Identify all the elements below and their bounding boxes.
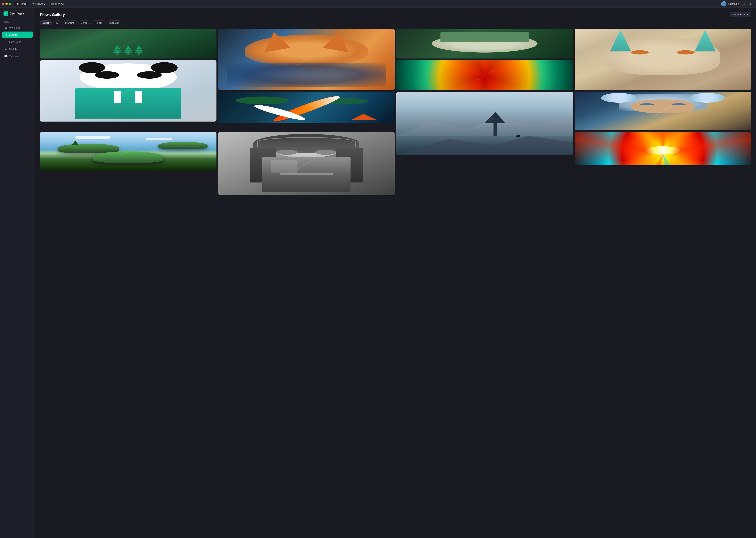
tutorials-icon: 📖	[4, 55, 7, 58]
gallery-item-explosion[interactable]: WWW.ABSKOOP.COM	[575, 132, 751, 165]
filter-comic[interactable]: Comic	[40, 21, 52, 25]
close-button[interactable]	[2, 3, 4, 5]
maximize-button[interactable]	[9, 3, 11, 5]
sidebar-item-explore[interactable]: ◎ Explore	[2, 31, 33, 38]
gallery-item-floating-islands[interactable]: WWW.ABSKOOP.COM	[40, 132, 216, 171]
filter-illustration[interactable]: Illustration	[106, 21, 122, 25]
layout-button[interactable]: ⊞	[741, 1, 746, 7]
watermark: WWW.ABSKOOP.COM	[44, 29, 212, 59]
tab-home[interactable]: 🏠 Home	[14, 2, 28, 6]
titlebar-right: T Thomas ▾ ⊞ ⊡	[721, 1, 754, 7]
sidebar: € Comflowy MENU ⊞ Workflows ◎ Explore ⊡ …	[0, 8, 35, 538]
sidebar-item-workflows-label: Workflows	[9, 26, 20, 29]
gallery-item-nature-girl[interactable]: WWW.ABSKOOP.COM	[575, 92, 751, 130]
logo-text: Comflowy	[10, 12, 24, 16]
gallery-item-tree-misty[interactable]: WWW.ABSKOOP.COM	[397, 92, 573, 155]
tab-home-label: Home	[20, 2, 26, 5]
release-date-label: Release Date	[732, 13, 746, 16]
filter-game[interactable]: Game	[78, 21, 90, 25]
avatar: T	[721, 1, 727, 7]
gallery-item-panda[interactable]: WWW.ABSKOOP.COM	[40, 60, 216, 122]
home-icon: 🏠	[16, 3, 19, 5]
gallery-item-anime-girl[interactable]: WWW.ABSKOOP.COM	[218, 132, 395, 195]
release-date-button[interactable]: Release Date ▾	[730, 12, 751, 17]
menu-label: MENU	[2, 20, 33, 24]
tab-workflow1-label: Workflow #1	[32, 2, 45, 5]
main-layout: € Comflowy MENU ⊞ Workflows ◎ Explore ⊡ …	[0, 8, 756, 538]
gallery-item-flower[interactable]: WWW.ABSKOOP.COM	[397, 60, 573, 90]
gallery-item-mask[interactable]: WWW.ABSKOOP.COM	[575, 29, 751, 90]
sidebar-item-explore-label: Explore	[9, 33, 17, 36]
add-tab-button[interactable]: +	[68, 1, 72, 6]
filter-3d[interactable]: 3D	[53, 21, 61, 25]
gallery-item-bear[interactable]: WWW.ABSKOOP.COM	[397, 29, 573, 59]
titlebar: 🏠 Home Workflow #1 Workflow #2 + T Thoma…	[0, 0, 756, 8]
gallery-item-koi[interactable]: WWW.ABSKOOP.COM	[218, 92, 395, 123]
gallery-grid: WWW.ABSKOOP.COM WWW.ABSKOOP.COM	[40, 29, 751, 195]
content-area: Flows Gallery Release Date ▾ Comic 3D Br…	[35, 8, 756, 538]
sidebar-item-models-label: Models	[9, 48, 17, 51]
page-title: Flows Gallery	[40, 13, 65, 17]
gallery-item-trees[interactable]: WWW.ABSKOOP.COM	[40, 29, 216, 59]
user-name: Thomas	[728, 2, 737, 5]
logo-icon: €	[4, 11, 8, 16]
logo: € Comflowy	[2, 11, 33, 19]
chevron-down-icon: ▾	[747, 13, 748, 16]
gallery-item-fox[interactable]: WWW.ABSKOOP.COM	[218, 29, 395, 90]
extensions-icon: ⊡	[4, 40, 7, 44]
sidebar-item-extensions-label: Extensions	[9, 41, 21, 43]
tab-workflow1[interactable]: Workflow #1	[30, 2, 47, 6]
sidebar-item-workflows[interactable]: ⊞ Workflows	[2, 24, 33, 31]
minimize-button[interactable]	[5, 3, 8, 5]
user-menu[interactable]: T Thomas ▾	[721, 1, 739, 7]
filter-realistic[interactable]: Realistic	[91, 21, 105, 25]
sidebar-item-tutorials-label: Tutorials	[9, 55, 19, 58]
explore-icon: ◎	[4, 33, 7, 36]
workflows-icon: ⊞	[4, 26, 7, 29]
traffic-lights	[2, 3, 11, 5]
models-icon: ◈	[4, 47, 7, 51]
content-header: Flows Gallery Release Date ▾	[40, 12, 751, 17]
sidebar-item-extensions[interactable]: ⊡ Extensions	[2, 39, 33, 45]
sidebar-item-models[interactable]: ◈ Models	[2, 46, 33, 52]
filter-branding[interactable]: Branding	[63, 21, 77, 25]
sidebar-item-tutorials[interactable]: 📖 Tutorials	[2, 53, 33, 60]
tab-workflow2-label: Workflow #2	[51, 2, 64, 5]
chevron-down-icon: ▾	[738, 3, 739, 5]
filter-row: Comic 3D Branding Game Realistic Illustr…	[40, 21, 751, 25]
settings-button[interactable]: ⊡	[748, 1, 754, 7]
tab-workflow2[interactable]: Workflow #2	[49, 2, 66, 6]
